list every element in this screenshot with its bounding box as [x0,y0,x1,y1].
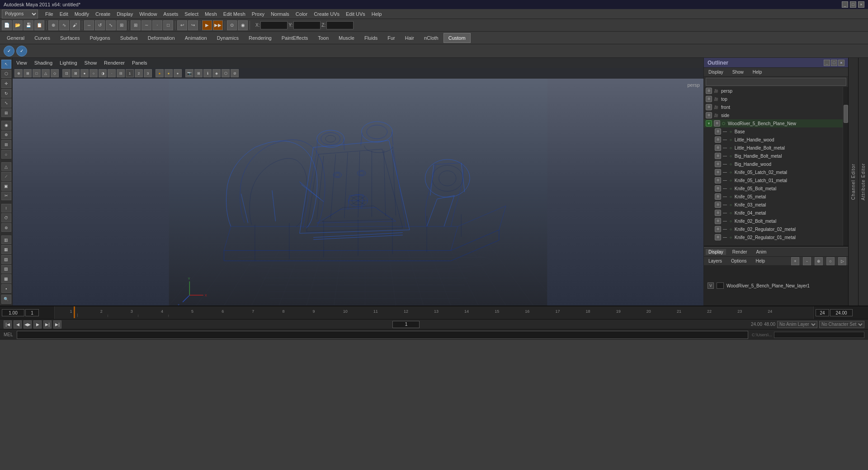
rotate-btn[interactable]: ↺ [95,20,105,30]
vp-hud-toggle[interactable]: ℹ [203,69,212,77]
vp-panels-menu[interactable]: Panels [132,60,147,66]
vp-renderer-menu[interactable]: Renderer [104,60,125,66]
outliner-search[interactable] [706,78,846,86]
time-tool[interactable]: ⏱ [1,213,11,222]
menu-create[interactable]: Create [93,10,113,18]
vp-paint-mode[interactable]: ◇ [51,69,59,77]
menu-proxy[interactable]: Proxy [249,10,267,18]
extrude-tool[interactable]: ▣ [1,182,11,191]
vp-isolate[interactable]: ⊘ [231,69,239,77]
vp-smooth2[interactable]: 2 [135,69,143,77]
menu-select[interactable]: Select [182,10,201,18]
menu-color[interactable]: Color [293,10,310,18]
outliner-item-side[interactable]: ⚙ 🎥 side [704,111,843,119]
menu-editmesh[interactable]: Edit Mesh [221,10,248,18]
menu-display[interactable]: Display [114,10,136,18]
menu-edit[interactable]: Edit [57,10,71,18]
sculpt-tool[interactable]: ⊕ [1,131,11,140]
play-fwd-btn[interactable]: ▶ [33,320,42,329]
save-btn[interactable]: 💾 [24,20,33,30]
vp-frame-sel[interactable]: ⊠ [71,69,80,77]
tab-painteffects[interactable]: PaintEffects [277,33,313,43]
quick-sel-btn[interactable]: ✓ [4,46,14,56]
current-time-field[interactable]: 1 [25,309,39,316]
canvas-area[interactable]: persp .wire { stroke: #1a3a9a; stroke-wi… [13,79,703,306]
vp-wire-shade[interactable]: ◑ [99,69,107,77]
tab-custom[interactable]: Custom [443,33,471,43]
vp-cam-select[interactable]: 📷 [185,69,193,77]
prev-frame-btn[interactable]: ◀ [14,320,22,329]
outliner-item-knife02-reg01[interactable]: ⚙ — ○ Knife_02_Regulator_01_metal [704,233,843,241]
display-all-btn[interactable]: ⊙ [227,20,237,30]
layers-layers-menu[interactable]: Layers [706,258,725,264]
tab-polygons[interactable]: Polygons [85,33,115,43]
navigate-tool[interactable]: 🔍 [1,295,11,304]
snap-grid-btn[interactable]: ⊞ [131,20,141,30]
lasso-btn[interactable]: ∿ [59,20,69,30]
go-start-btn[interactable]: |◀ [4,320,12,329]
mode-select[interactable]: Polygons [2,9,38,19]
layers-help-menu[interactable]: Help [753,258,768,264]
manipulator-tool[interactable]: ⊞ [1,108,11,118]
outliner-item-woodriver[interactable]: ▼ ⚙ ⬡ WoodRiver_5_Bench_Plane_New [704,119,843,127]
outliner-item-base[interactable]: ⚙ — ○ Base [704,127,843,136]
save-as-btn[interactable]: 📋 [34,20,44,30]
display-sel-btn[interactable]: ◉ [238,20,248,30]
layer-btn[interactable]: ▥ [1,235,11,244]
go-end-btn[interactable]: ▶| [53,320,61,329]
menu-normals[interactable]: Normals [268,10,292,18]
menu-help[interactable]: Help [369,10,385,18]
vp-sel-mode[interactable]: ⊕ [14,69,23,77]
layers-display-tab[interactable]: Display [706,249,726,255]
current-frame-display[interactable]: 1 [392,321,420,328]
layers-delete-btn[interactable]: - [803,257,811,265]
measure-tool[interactable]: ↕ [1,204,11,213]
paint-sel-tool[interactable]: ⬡ [1,70,11,79]
tab-curves[interactable]: Curves [29,33,55,43]
move-tool[interactable]: ✛ [1,79,11,88]
redo-btn[interactable]: ↪ [188,20,198,30]
vp-obj-mode[interactable]: □ [33,69,41,77]
menu-window[interactable]: Window [137,10,160,18]
cut-tool[interactable]: ✂ [1,192,11,201]
vp-xray2[interactable]: ⬡ [222,69,230,77]
menu-modify[interactable]: Modify [72,10,92,18]
tab-ncloth[interactable]: nCloth [419,33,443,43]
window-controls[interactable]: _ □ × [842,1,864,8]
vp-show-menu[interactable]: Show [85,60,97,66]
outliner-item-knife02-bolt[interactable]: ⚙ — ○ Knife_02_Bolt_metal [704,217,843,225]
play-back-btn[interactable]: ◀▶ [24,320,32,329]
outliner-min-btn[interactable]: _ [824,60,830,66]
mel-input-field[interactable] [17,331,748,339]
select-tool-btn[interactable]: ⊕ [48,20,58,30]
layer4-btn[interactable]: ▨ [1,265,11,274]
soft-mod-tool[interactable]: ◉ [1,121,11,130]
layer3-btn[interactable]: ▧ [1,255,11,264]
outliner-item-front[interactable]: ⚙ 🎥 front [704,103,843,111]
snap-curve-btn[interactable]: ∼ [142,20,151,30]
tab-hair[interactable]: Hair [400,33,419,43]
tab-fluids[interactable]: Fluids [359,33,382,43]
z-field[interactable] [326,21,354,29]
range-end-field[interactable]: 24 [816,309,829,316]
layers-render-tab[interactable]: Render [730,249,750,255]
vp-frame-all[interactable]: ⊡ [62,69,71,77]
layers-ref-btn[interactable]: ⊕ [815,257,823,265]
vp-light3[interactable]: ● [174,69,182,77]
cluster-tool[interactable]: ○ [1,150,11,159]
attribute-editor-strip[interactable]: Attribute Editor [858,58,868,306]
move-btn[interactable]: ↔ [84,20,94,30]
outliner-scrollbar[interactable] [843,87,848,246]
universal-manip-btn[interactable]: ⊞ [117,20,127,30]
tab-deformation[interactable]: Deformation [143,33,180,43]
vp-bounding[interactable]: ⊟ [117,69,125,77]
outliner-show-menu[interactable]: Show [730,69,746,75]
next-frame-btn[interactable]: ▶| [43,320,52,329]
layer6-btn[interactable]: ▪ [1,284,11,293]
paint-sel-btn[interactable]: 🖌 [70,20,80,30]
tab-muscle[interactable]: Muscle [334,33,359,43]
layer5-btn[interactable]: ▩ [1,274,11,283]
outliner-item-top[interactable]: ⚙ 🎥 top [704,95,843,103]
outliner-item-big-handle-wood[interactable]: ⚙ — ○ Big_Handle_wood [704,160,843,168]
maximize-btn[interactable]: □ [850,1,856,8]
